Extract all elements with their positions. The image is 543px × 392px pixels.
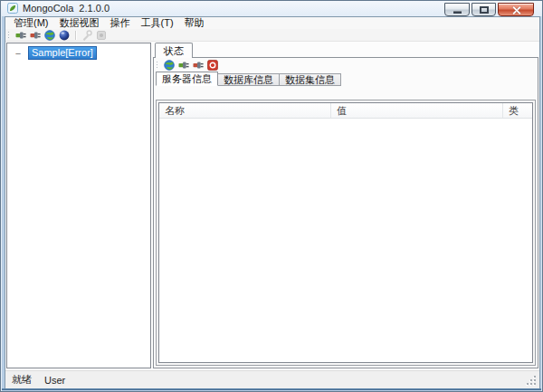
globe-icon[interactable]: [164, 60, 175, 71]
toolbar-gripper: [7, 31, 10, 39]
toolbar-separator: [75, 31, 76, 40]
collapse-icon[interactable]: −: [14, 49, 23, 58]
main-toolbar: [5, 29, 539, 42]
tree-node-label[interactable]: Sample[Error]: [28, 46, 97, 60]
tab-server-info[interactable]: 服务器信息: [156, 72, 218, 86]
column-value[interactable]: 值: [331, 103, 503, 118]
listview-body[interactable]: [159, 119, 532, 362]
minimize-icon: [453, 11, 462, 14]
titlebar[interactable]: MongoCola 2.1.0.0: [1, 1, 542, 16]
statusbar: 就绪 User: [5, 370, 539, 388]
right-panel: 状态: [153, 43, 538, 368]
wrench-icon[interactable]: [81, 30, 92, 41]
server-info-listview[interactable]: 名称 值 类型: [158, 102, 533, 363]
tree-node-sample[interactable]: − Sample[Error]: [7, 46, 150, 60]
status-tab-page: 服务器信息 数据库信息 数据集信息 名称 值 类型: [153, 57, 538, 368]
menu-tools[interactable]: 工具(T): [136, 17, 179, 29]
column-name[interactable]: 名称: [159, 103, 331, 118]
listview-header: 名称 值 类型: [159, 103, 532, 119]
menubar: 管理(M) 数据视图 操作 工具(T) 帮助: [5, 17, 539, 29]
menu-operation[interactable]: 操作: [105, 17, 136, 29]
main-content: − Sample[Error] 状态: [5, 43, 539, 370]
gear-icon[interactable]: [96, 30, 107, 41]
server-info-page: 名称 值 类型: [156, 100, 536, 366]
tab-collection-info[interactable]: 数据集信息: [280, 73, 341, 86]
status-toolbar: [154, 58, 538, 72]
window-title: MongoCola 2.1.0.0: [23, 1, 110, 15]
plug-connect-icon[interactable]: [15, 30, 26, 41]
close-button[interactable]: [498, 3, 534, 16]
plug-disconnect-icon[interactable]: [30, 30, 41, 41]
connection-tree[interactable]: − Sample[Error]: [6, 43, 151, 368]
info-tab-strip: 服务器信息 数据库信息 数据集信息: [154, 72, 538, 86]
minimize-button[interactable]: [444, 3, 470, 16]
client-area: 管理(M) 数据视图 操作 工具(T) 帮助: [5, 16, 540, 389]
maximize-icon: [480, 6, 489, 14]
maximize-button[interactable]: [472, 3, 496, 16]
close-icon: [512, 6, 520, 14]
plug-disconnect-icon[interactable]: [193, 60, 204, 71]
toolbar-gripper: [156, 61, 158, 69]
menu-help[interactable]: 帮助: [179, 17, 210, 29]
status-user-label: User: [44, 375, 65, 386]
plug-connect-icon[interactable]: [178, 60, 189, 71]
sphere-icon[interactable]: [59, 30, 70, 41]
tab-status[interactable]: 状态: [155, 43, 193, 58]
column-type[interactable]: 类型: [503, 103, 532, 118]
globe-icon[interactable]: [44, 30, 55, 41]
menu-manage[interactable]: 管理(M): [8, 17, 54, 29]
tab-database-info[interactable]: 数据库信息: [218, 73, 280, 86]
status-ready-label: 就绪: [12, 373, 32, 387]
menu-dataview[interactable]: 数据视图: [54, 17, 105, 29]
resize-grip-icon[interactable]: [527, 376, 536, 385]
stop-icon[interactable]: [207, 60, 218, 71]
app-logo-icon: [7, 3, 18, 14]
window-controls: [444, 3, 534, 16]
app-window: MongoCola 2.1.0.0 管理(M) 数据视图 操作 工具(T) 帮助: [0, 0, 543, 392]
